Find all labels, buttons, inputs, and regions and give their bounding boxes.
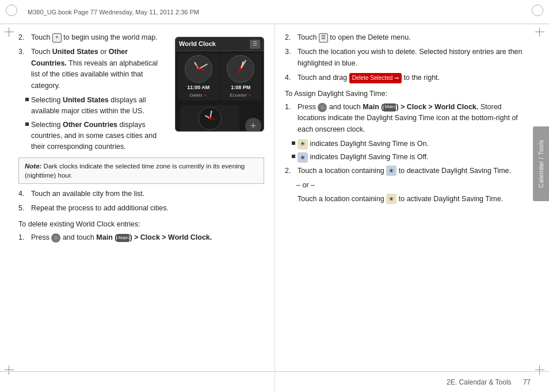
note-label: Note: xyxy=(25,163,44,170)
clock-city-ecuador: Ecuador ★ xyxy=(222,92,260,99)
dst-step-text-2b: Touch a location containing ☀ to activat… xyxy=(298,194,531,205)
bullet-sq-1 xyxy=(25,98,29,101)
main-bold-left2: ) > Clock > World Clock. xyxy=(129,233,212,241)
dst-step-text-2: Touch a location containing ☀ to deactiv… xyxy=(298,166,531,176)
r-step-4: 4. Touch and drag Delete Selected ⇒ to t… xyxy=(285,72,531,83)
clock-face-korea xyxy=(199,107,222,130)
r-step-text-2: Touch ☰ to open the Delete menu. xyxy=(298,32,531,43)
phone-title: World Clock xyxy=(179,39,216,49)
note-text: Dark clocks indicate the selected time z… xyxy=(25,163,245,179)
corner-decoration-tl xyxy=(6,5,17,16)
step-num-3: 3. xyxy=(18,47,29,91)
delete-section-header: To delete existing World Clock entries: xyxy=(18,219,264,230)
footer-text: 2E. Calendar & Tools 77 xyxy=(447,378,531,386)
r-step-text-3: Touch the location you wish to delete. S… xyxy=(298,47,531,69)
bullet-2: Selecting Other Countries displays count… xyxy=(18,120,163,153)
clock-center-dot-k xyxy=(209,117,211,120)
us-label: United States xyxy=(52,48,98,56)
step-text-5: Repeat the process to add additional cit… xyxy=(31,203,264,214)
step-text-2: Touch + to begin using the world map. xyxy=(31,32,163,43)
clock-row-bottom: 0:08 AM Korea ★ + xyxy=(176,103,264,132)
delete-step-text-1: Press ⌂ and touch Main (Main) > Clock > … xyxy=(31,232,264,243)
crosshair-tr xyxy=(535,28,544,37)
delete-selected-button: Delete Selected ⇒ xyxy=(349,73,402,83)
step-5: 5. Repeat the process to add additional … xyxy=(18,203,264,214)
sun-on-icon: ☀ xyxy=(298,139,308,149)
step-3: 3. Touch United States or Other Countrie… xyxy=(18,47,163,91)
clock-city-dallas: Dallas ★ xyxy=(180,92,218,99)
r-step-num-3: 3. xyxy=(285,47,295,69)
dst-step-num-2b xyxy=(285,194,295,205)
main-icon-dst: Main xyxy=(383,103,396,112)
us-label-b1: United States xyxy=(63,96,109,104)
header-text: M380_UG.book Page 77 Wednesday, May 11, … xyxy=(28,9,199,16)
dst-step-num-2: 2. xyxy=(285,166,295,176)
delete-step-1: 1. Press ⌂ and touch Main (Main) > Clock… xyxy=(18,232,264,243)
sun-on-icon-2: ☀ xyxy=(386,194,396,204)
clock-cell-ecuador: 1:08 PM Ecuador ★ xyxy=(220,53,262,101)
bullet-text-2: Selecting Other Countries displays count… xyxy=(31,120,163,153)
bullet-1: Selecting United States displays all ava… xyxy=(18,95,163,117)
dst-step-1: 1. Press ⌂ and touch Main (Main) > Clock… xyxy=(285,102,531,135)
note-box: Note: Dark clocks indicate the selected … xyxy=(18,157,264,184)
main-bold-left: Main ( xyxy=(96,233,117,241)
dst-bullet-sq-2 xyxy=(292,155,295,158)
step-num-2: 2. xyxy=(18,32,29,43)
left-column: World Clock ☰ 11:00 AM Dallas ★ xyxy=(18,32,274,366)
header-bar: M380_UG.book Page 77 Wednesday, May 11, … xyxy=(0,0,549,24)
sun-off-icon: ☀ xyxy=(298,152,308,163)
home-icon-dst: ⌂ xyxy=(318,103,327,112)
clock-grid: 11:00 AM Dallas ★ 1:08 PM Ecuador ★ xyxy=(176,51,264,103)
clock-time-korea: 0:08 AM xyxy=(182,131,238,132)
r-step-num-4: 4. xyxy=(285,72,295,83)
dst-bullet-sq-1 xyxy=(292,141,295,145)
other-countries-b2: Other Countries xyxy=(63,121,117,129)
center-divider xyxy=(274,24,275,392)
bullet-text-1: Selecting United States displays all ava… xyxy=(31,95,163,117)
dst-step-2: 2. Touch a location containing ☀ to deac… xyxy=(285,166,531,176)
dst-step-2b: Touch a location containing ☀ to activat… xyxy=(285,194,531,205)
step-4: 4. Touch an available city from the list… xyxy=(18,189,264,199)
clock-cell-korea: 0:08 AM Korea ★ xyxy=(180,105,239,132)
clock-time-dallas: 11:00 AM xyxy=(180,84,218,92)
sun-off-icon-2: ☀ xyxy=(386,166,396,176)
main-bold-dst: Main ( xyxy=(363,103,383,111)
phone-screen: World Clock ☰ 11:00 AM Dallas ★ xyxy=(175,37,264,132)
clock-center-dot-e xyxy=(239,68,242,70)
dst-step-num-1: 1. xyxy=(285,102,295,135)
bullet-sq-2 xyxy=(25,122,29,126)
main-bold-dst2: ) > Clock > World Clock. xyxy=(396,103,478,111)
dst-bullet-text-1: ☀ indicates Daylight Saving Time is On. xyxy=(298,139,429,149)
delete-step-num-1: 1. xyxy=(18,232,29,243)
clock-cell-dallas: 11:00 AM Dallas ★ xyxy=(178,53,219,101)
clock-center-dot xyxy=(197,68,200,70)
step-num-4: 4. xyxy=(18,189,29,199)
r-step-text-4: Touch and drag Delete Selected ⇒ to the … xyxy=(298,72,531,83)
crosshair-tl xyxy=(5,28,14,37)
r-step-3: 3. Touch the location you wish to delete… xyxy=(285,47,531,69)
phone-header: World Clock ☰ xyxy=(176,37,264,51)
corner-decoration-tr xyxy=(532,5,543,16)
right-column: 2. Touch ☰ to open the Delete menu. 3. T… xyxy=(274,32,531,366)
side-tab: Calendar / Tools xyxy=(533,126,549,201)
plus-icon: + xyxy=(52,33,62,43)
r-step-num-2: 2. xyxy=(285,32,295,43)
clock-face-dallas xyxy=(185,55,212,83)
menu-icon: ☰ xyxy=(319,33,328,43)
clock-face-ecuador xyxy=(227,55,254,83)
step-2: 2. Touch + to begin using the world map. xyxy=(18,32,163,43)
add-clock-button[interactable]: + xyxy=(245,118,261,132)
step-text-3: Touch United States or Other Countries. … xyxy=(31,47,163,91)
daylight-section-header: To Assign Daylight Saving Time: xyxy=(285,89,531,99)
step-num-5: 5. xyxy=(18,203,29,214)
dst-step-text-1: Press ⌂ and touch Main (Main) > Clock > … xyxy=(298,102,531,135)
footer-bar: 2E. Calendar & Tools 77 xyxy=(0,371,549,392)
step-text-4: Touch an available city from the list. xyxy=(31,189,264,199)
phone-menu-icon: ☰ xyxy=(250,40,260,49)
r-step-2: 2. Touch ☰ to open the Delete menu. xyxy=(285,32,531,43)
main-icon-left: Main xyxy=(117,234,129,242)
dst-bullet-2: ☀ indicates Daylight Saving Time is Off. xyxy=(285,152,531,163)
or-text: – or – xyxy=(296,180,531,191)
clock-time-ecuador: 1:08 PM xyxy=(222,84,260,92)
home-icon-left: ⌂ xyxy=(51,233,60,243)
